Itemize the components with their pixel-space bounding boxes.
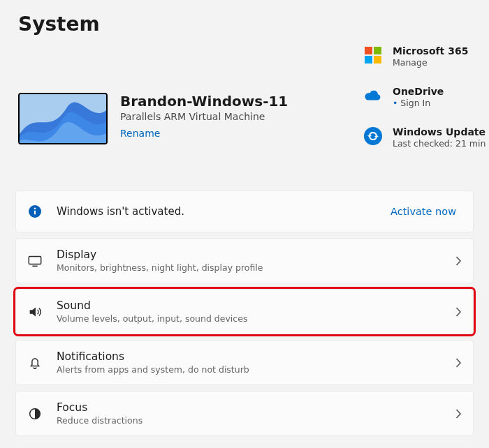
notifications-title: Notifications <box>57 350 441 363</box>
notifications-sub: Alerts from apps and system, do not dist… <box>57 364 441 375</box>
onedrive-link[interactable]: OneDrive Sign In <box>363 86 489 108</box>
onedrive-title: OneDrive <box>393 86 444 97</box>
microsoft-logo-icon <box>363 45 383 65</box>
wu-sub: Last checked: 21 min <box>393 138 486 149</box>
device-subtitle: Parallels ARM Virtual Machine <box>120 111 288 122</box>
cloud-icon <box>363 86 383 105</box>
sound-sub: Volume levels, output, input, sound devi… <box>57 313 441 324</box>
focus-sub: Reduce distractions <box>57 415 441 426</box>
hero-section: Brandon-Windows-11 Parallels ARM Virtual… <box>0 41 489 188</box>
sound-icon <box>27 304 43 320</box>
rename-link[interactable]: Rename <box>120 128 160 139</box>
onedrive-sub: Sign In <box>393 98 444 108</box>
bell-icon <box>27 355 43 371</box>
page-title: System <box>0 0 489 41</box>
device-name: Brandon-Windows-11 <box>120 93 288 110</box>
wu-title: Windows Update <box>393 126 486 137</box>
chevron-right-icon <box>455 358 462 368</box>
info-icon <box>27 204 43 219</box>
activate-now-link[interactable]: Activate now <box>391 206 456 217</box>
device-wallpaper <box>18 93 108 144</box>
svg-rect-4 <box>29 256 41 264</box>
display-icon <box>27 253 43 269</box>
sound-title: Sound <box>57 299 441 312</box>
activation-message: Windows isn't activated. <box>57 205 377 218</box>
side-links: Microsoft 365 Manage OneDrive Sign In Wi… <box>363 45 489 167</box>
settings-list: Windows isn't activated. Activate now Di… <box>0 191 489 436</box>
m365-title: Microsoft 365 <box>393 45 468 57</box>
display-sub: Monitors, brightness, night light, displ… <box>57 262 441 273</box>
chevron-right-icon <box>455 409 462 419</box>
svg-point-3 <box>34 208 36 209</box>
microsoft-365-link[interactable]: Microsoft 365 Manage <box>363 45 489 68</box>
svg-rect-2 <box>34 211 36 215</box>
device-text: Brandon-Windows-11 Parallels ARM Virtual… <box>120 93 288 188</box>
display-title: Display <box>57 248 441 261</box>
focus-icon <box>27 406 43 421</box>
settings-item-focus[interactable]: Focus Reduce distractions <box>15 391 474 436</box>
settings-item-notifications[interactable]: Notifications Alerts from apps and syste… <box>15 340 474 385</box>
activation-banner[interactable]: Windows isn't activated. Activate now <box>15 191 474 232</box>
settings-item-display[interactable]: Display Monitors, brightness, night ligh… <box>15 238 474 283</box>
update-icon <box>363 126 383 146</box>
chevron-right-icon <box>455 307 462 317</box>
windows-update-link[interactable]: Windows Update Last checked: 21 min <box>363 126 489 149</box>
focus-title: Focus <box>57 401 441 414</box>
settings-item-sound[interactable]: Sound Volume levels, output, input, soun… <box>15 289 474 334</box>
m365-sub: Manage <box>393 57 468 68</box>
chevron-right-icon <box>455 256 462 266</box>
